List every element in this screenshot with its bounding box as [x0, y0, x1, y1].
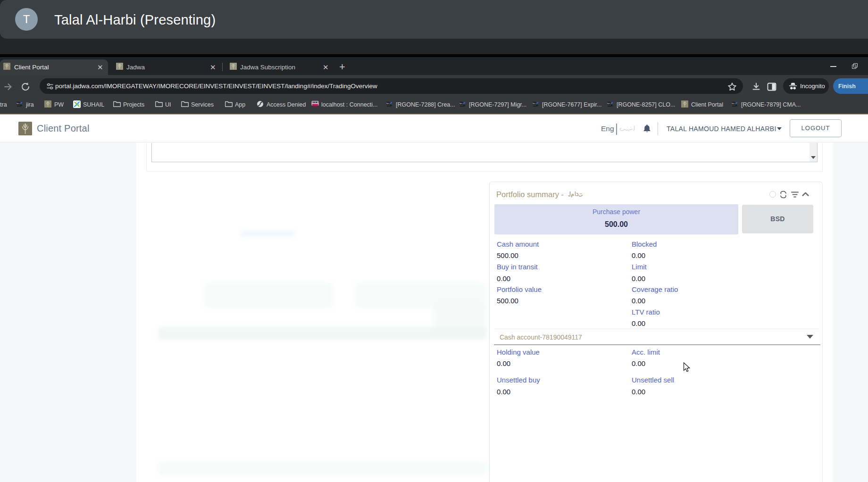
svg-text:kn: kn [533, 102, 535, 105]
svg-text:kn: kn [732, 102, 734, 105]
svg-text:kn: kn [459, 102, 462, 105]
svg-text:kn: kn [386, 102, 389, 105]
svg-text:kn: kn [17, 102, 19, 105]
svg-text:kn: kn [607, 102, 610, 105]
